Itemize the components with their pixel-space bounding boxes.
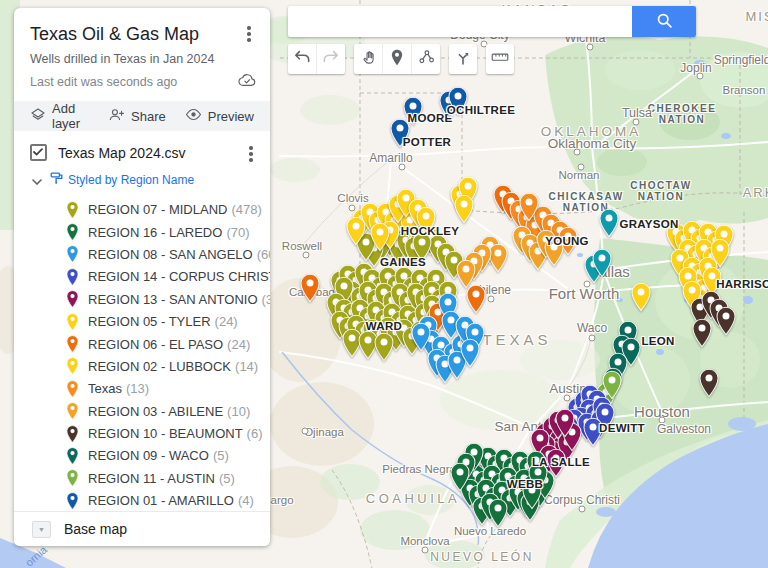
- search-input[interactable]: [288, 6, 632, 37]
- legend-item[interactable]: REGION 02 - LUBBOCK(14): [14, 355, 270, 377]
- map-marker[interactable]: [416, 206, 437, 236]
- legend-item[interactable]: REGION 11 - AUSTIN(5): [14, 467, 270, 489]
- legend-label: Texas: [88, 381, 122, 396]
- map-marker[interactable]: [692, 318, 713, 348]
- map-marker[interactable]: [716, 306, 737, 336]
- legend-item[interactable]: REGION 16 - LAREDO(70): [14, 221, 270, 243]
- preview-button[interactable]: Preview: [185, 108, 254, 124]
- map-marker[interactable]: [346, 216, 367, 246]
- person-add-icon: [108, 107, 125, 125]
- base-map-row[interactable]: ▼ Base map: [14, 511, 270, 546]
- map-title: Texas Oil & Gas Map: [30, 24, 242, 45]
- map-marker[interactable]: [519, 192, 540, 222]
- add-layer-label: Add layer: [52, 101, 89, 131]
- legend-item[interactable]: REGION 01 - AMARILLO(4): [14, 490, 270, 512]
- base-map-label: Base map: [64, 521, 127, 537]
- add-marker-icon: [390, 49, 404, 70]
- legend-count: (10): [227, 404, 250, 419]
- legend-label: REGION 07 - MIDLAND: [88, 202, 227, 217]
- map-marker[interactable]: [631, 282, 652, 312]
- pan-hand-icon: [360, 49, 377, 70]
- map-marker[interactable]: [488, 498, 509, 528]
- chevron-down-icon: [32, 171, 42, 189]
- map-marker[interactable]: [300, 273, 321, 303]
- legend-item[interactable]: REGION 10 - BEAUMONT(6): [14, 422, 270, 444]
- map-marker[interactable]: [403, 96, 424, 126]
- legend-count: (24): [227, 337, 250, 352]
- search-button[interactable]: [632, 6, 696, 37]
- add-marker-button[interactable]: [383, 44, 412, 74]
- draw-line-button[interactable]: [412, 44, 440, 74]
- legend-count: (5): [213, 448, 229, 463]
- legend-label: REGION 08 - SAN ANGELO: [88, 247, 253, 262]
- legend-label: REGION 11 - AUSTIN: [88, 471, 215, 486]
- layer-menu-kebab-icon[interactable]: [244, 144, 258, 162]
- map-marker[interactable]: [454, 194, 475, 224]
- cloud-saved-icon: [238, 73, 256, 91]
- map-marker[interactable]: [599, 208, 620, 238]
- legend-label: REGION 10 - BEAUMONT: [88, 426, 243, 441]
- legend-count: (60): [257, 247, 270, 262]
- map-marker[interactable]: [555, 408, 576, 438]
- map-marker[interactable]: [460, 338, 481, 368]
- styled-by-row[interactable]: Styled by Region Name: [32, 171, 258, 189]
- preview-label: Preview: [208, 109, 254, 124]
- legend-label: REGION 03 - ABILENE: [88, 404, 223, 419]
- layers-icon: [30, 107, 46, 126]
- legend-label: REGION 06 - EL PASO: [88, 337, 223, 352]
- legend-count: (478): [231, 202, 261, 217]
- legend-label: REGION 05 - TYLER: [88, 314, 211, 329]
- pan-tool-button[interactable]: [354, 44, 383, 74]
- map-marker[interactable]: [370, 222, 391, 252]
- share-button[interactable]: Share: [108, 107, 166, 125]
- legend-count: (14): [235, 359, 258, 374]
- legend-label: REGION 02 - LUBBOCK: [88, 359, 231, 374]
- undo-button[interactable]: [288, 44, 317, 74]
- map-toolbar: [288, 44, 514, 74]
- legend-item[interactable]: REGION 09 - WACO(5): [14, 445, 270, 467]
- map-marker[interactable]: [592, 248, 613, 278]
- legend-label: REGION 09 - WACO: [88, 448, 209, 463]
- legend-count: (70): [226, 225, 249, 240]
- legend-count: (5): [219, 471, 235, 486]
- redo-button[interactable]: [317, 44, 345, 74]
- layer-name[interactable]: Texas Map 2024.csv: [58, 145, 244, 161]
- legend-count: (35): [262, 292, 270, 307]
- map-marker[interactable]: [544, 237, 565, 267]
- add-directions-button[interactable]: [449, 44, 477, 74]
- map-marker[interactable]: [374, 332, 395, 362]
- add-layer-button[interactable]: Add layer: [30, 101, 89, 131]
- legend-item[interactable]: REGION 08 - SAN ANGELO(60): [14, 243, 270, 265]
- legend-item[interactable]: REGION 03 - ABILENE(10): [14, 400, 270, 422]
- legend-item[interactable]: REGION 05 - TYLER(24): [14, 310, 270, 332]
- last-edit-status[interactable]: Last edit was seconds ago: [30, 75, 238, 89]
- measure-ruler-icon: [491, 50, 509, 68]
- map-marker[interactable]: [448, 86, 469, 116]
- search-icon: [656, 12, 673, 32]
- map-marker[interactable]: [522, 480, 543, 510]
- legend-item[interactable]: REGION 13 - SAN ANTONIO(35): [14, 288, 270, 310]
- eye-icon: [185, 108, 202, 124]
- map-marker[interactable]: [450, 462, 471, 492]
- legend-count: (13): [126, 381, 149, 396]
- search-bar: [288, 6, 696, 37]
- map-marker[interactable]: [699, 368, 720, 398]
- redo-icon: [322, 49, 340, 69]
- draw-line-icon: [418, 49, 435, 69]
- legend-label: REGION 16 - LAREDO: [88, 225, 222, 240]
- layer-checkbox[interactable]: [30, 144, 47, 161]
- measure-button[interactable]: [486, 44, 514, 74]
- sidebar-action-bar: Add layer Share Preview: [14, 101, 270, 131]
- legend-item[interactable]: REGION 14 - CORPUS CHRISTI(36): [14, 266, 270, 288]
- base-map-dropdown-icon: ▼: [32, 521, 51, 538]
- map-description: Wells drilled in Texas in Jan 2024: [30, 52, 256, 66]
- legend-item[interactable]: REGION 07 - MIDLAND(478): [14, 199, 270, 221]
- map-marker[interactable]: [456, 259, 477, 289]
- legend-item[interactable]: REGION 06 - EL PASO(24): [14, 333, 270, 355]
- legend-count: (24): [215, 314, 238, 329]
- map-marker[interactable]: [411, 322, 432, 352]
- map-menu-kebab-icon[interactable]: [242, 24, 256, 42]
- paint-roller-icon: [50, 171, 63, 189]
- map-marker[interactable]: [583, 417, 604, 447]
- legend-item[interactable]: Texas(13): [14, 378, 270, 400]
